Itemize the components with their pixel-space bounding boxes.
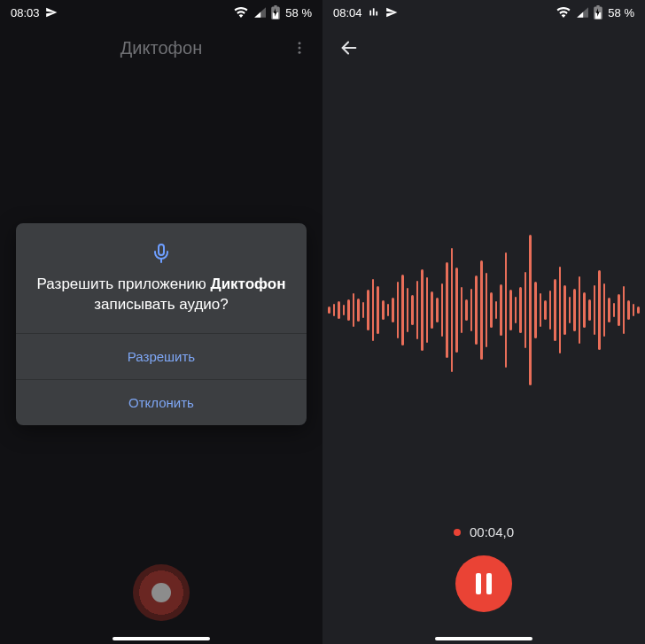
waveform-bar [357,299,360,322]
waveform-bar [392,298,394,322]
waveform-bar [534,282,537,338]
waveform-bar [554,279,556,341]
waveform-bar [544,300,547,320]
mic-icon [151,243,172,264]
waveform-bar [603,283,606,337]
app-header: Диктофон [0,27,322,69]
svg-rect-3 [159,244,164,255]
svg-rect-7 [376,12,377,16]
allow-button[interactable]: Разрешить [16,333,307,379]
waveform-bar [372,279,375,341]
waveform-bar [515,297,517,323]
waveform-bar [431,291,433,329]
waveform-bar [377,286,379,334]
status-right: 58 % [556,5,634,19]
waveform-bar [407,288,409,332]
record-button[interactable] [133,564,190,621]
waveform-bar [598,270,601,350]
waveform-bar [451,248,454,372]
pane-permission: 08:03 58 % Диктофон [0,0,322,644]
waveform-bar [608,298,610,322]
waveform-bar [382,300,385,320]
waveform-bar [470,289,473,331]
elapsed-time: 00:04,0 [470,524,514,539]
waveform-bar [633,304,635,316]
app-header [322,27,645,69]
battery-percent: 58 % [285,6,312,19]
waveform-bar [465,299,468,321]
svg-rect-5 [369,11,371,16]
battery-icon [594,5,602,19]
waveform-bar [446,262,448,358]
waveform-bar [338,301,340,319]
waveform-bar [525,272,527,348]
waveform-bar [613,303,616,317]
battery-percent: 58 % [608,6,634,19]
pause-icon [476,573,481,594]
waveform [322,230,645,390]
clock: 08:03 [11,6,40,19]
app-title: Диктофон [120,38,202,58]
dialog-actions: Разрешить Отклонить [16,333,307,425]
record-dot-icon [152,583,171,602]
waveform-bar [475,275,478,345]
waveform-bar [627,300,630,320]
waveform-bar [583,292,586,328]
svg-point-2 [299,51,301,54]
waveform-bar [401,275,404,345]
pane-recording: 08:04 58 % [322,0,645,644]
waveform-bar [333,304,336,316]
signal-icon [253,7,266,18]
waveform-bar [411,295,414,325]
status-bar: 08:04 58 % [322,0,645,25]
clock: 08:04 [333,6,362,19]
waveform-bar [421,269,424,351]
recording-indicator-icon [454,529,461,536]
waveform-bar [347,299,350,321]
deny-button[interactable]: Отклонить [16,379,307,425]
waveform-bar [387,304,390,316]
waveform-bar [486,273,488,347]
status-left: 08:04 [333,6,398,19]
battery-icon [271,5,280,19]
overflow-icon [291,40,307,56]
waveform-bar [343,305,346,315]
waveform-bar [623,286,626,334]
nav-indicator[interactable] [435,637,532,640]
send-icon [45,6,58,19]
svg-point-0 [299,42,301,44]
svg-point-1 [299,47,301,50]
status-right: 58 % [234,5,312,19]
svg-rect-6 [372,8,374,15]
waveform-bar [505,252,508,368]
waveform-bar [353,293,355,327]
waveform-bar [519,287,522,333]
waveform-bar [426,277,429,343]
waveform-bar [529,235,532,385]
status-left: 08:03 [11,6,58,19]
waveform-bar [480,260,483,360]
waveform-bar [573,289,576,331]
waveform-bar [579,276,581,344]
waveform-bar [509,290,512,330]
waveform-bar [367,290,369,330]
pause-button[interactable] [455,555,512,612]
send-icon [385,6,398,19]
nav-indicator[interactable] [113,637,210,640]
back-button[interactable] [328,27,370,69]
wifi-icon [234,7,248,18]
wifi-icon [556,7,571,18]
pause-icon [486,573,492,594]
waveform-bar [495,301,498,319]
waveform-bar [563,285,566,335]
waveform-bar [455,268,458,353]
waveform-bar [569,297,571,323]
waveform-bar [618,294,620,326]
dialog-message: Разрешить приложению Диктофон записывать… [34,275,289,315]
waveform-bar [540,293,542,327]
equalizer-icon [368,6,380,19]
dialog-msg-appname: Диктофон [211,275,286,292]
overflow-button[interactable] [282,27,317,69]
back-icon [339,38,359,58]
waveform-bar [559,267,562,353]
